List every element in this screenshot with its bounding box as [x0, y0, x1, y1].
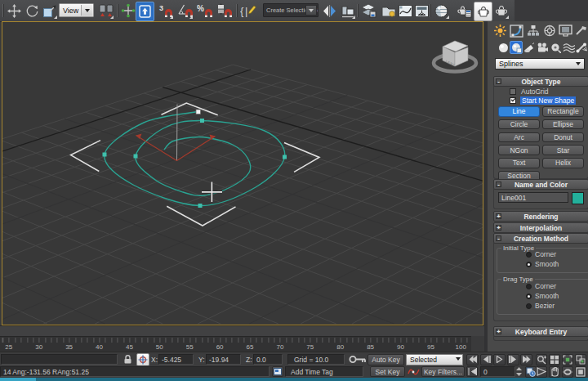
shape-button-star[interactable]: Star — [542, 145, 584, 155]
mirror-button[interactable] — [321, 2, 338, 20]
dropdown-arrow-button[interactable] — [81, 5, 92, 16]
tab-create[interactable] — [492, 24, 508, 38]
object-color-swatch[interactable] — [572, 192, 584, 204]
subtab-space-warps[interactable] — [562, 41, 575, 54]
shape-category-dropdown[interactable]: Splines — [495, 58, 585, 69]
edit-named-selection-sets-button[interactable]: { | — [240, 2, 257, 20]
spline-vertex-markers[interactable] — [103, 119, 287, 208]
previous-frame-button[interactable] — [480, 354, 492, 365]
select-and-rotate-button[interactable] — [24, 2, 41, 20]
subtab-helpers[interactable] — [549, 41, 562, 54]
x-coordinate-field[interactable]: -5.425 — [158, 354, 194, 365]
key-mode-toggle[interactable] — [466, 366, 478, 377]
material-editor-button[interactable] — [433, 2, 450, 20]
zoom-extents-all-button[interactable] — [575, 354, 586, 365]
initial-type-corner-radio[interactable] — [526, 252, 532, 258]
y-coordinate-field[interactable]: -19.94 — [206, 354, 241, 365]
spinner-snap-toggle-button[interactable] — [216, 2, 233, 20]
maximize-viewport-button[interactable] — [575, 366, 586, 378]
orbit-button[interactable] — [562, 366, 573, 378]
angle-snap-toggle-button[interactable] — [176, 2, 194, 20]
shape-button-line[interactable]: Line — [498, 106, 540, 117]
time-configuration-button[interactable] — [525, 366, 537, 378]
layer-manager-button[interactable] — [359, 2, 376, 20]
object-name-field[interactable]: Line001 — [498, 192, 568, 203]
rollout-rendering-header[interactable]: + Rendering — [493, 211, 588, 222]
pan-view-button[interactable] — [549, 366, 560, 378]
current-vertex-marker — [196, 110, 201, 114]
set-key-button[interactable]: Set Key — [370, 366, 405, 377]
go-to-end-button[interactable] — [520, 354, 532, 365]
tab-display[interactable] — [558, 24, 573, 38]
next-frame-button[interactable] — [507, 354, 519, 365]
zoom-button[interactable] — [536, 354, 547, 365]
percent-snap-toggle-button[interactable]: % — [196, 2, 213, 20]
align-button[interactable] — [339, 2, 356, 20]
auto-key-button[interactable]: Auto Key — [368, 354, 404, 365]
time-tag-icon-button[interactable] — [272, 366, 283, 377]
shape-button-ellipse[interactable]: Ellipse — [542, 119, 584, 130]
dropdown-arrow-button[interactable] — [305, 5, 317, 16]
add-time-tag-field[interactable]: Add Time Tag — [285, 366, 363, 377]
use-pivot-point-center-button[interactable] — [97, 2, 114, 20]
start-new-shape-checkbox[interactable] — [510, 97, 516, 104]
track-bar-ruler[interactable]: 253035404550556065707580859095100 — [0, 336, 472, 352]
drag-type-corner-radio[interactable] — [526, 284, 532, 289]
drag-type-bezier-radio[interactable] — [526, 303, 532, 309]
initial-type-smooth-radio[interactable] — [526, 262, 532, 267]
shape-button-helix[interactable]: Helix — [542, 158, 584, 168]
selection-filter-dropdown[interactable]: Selected — [406, 354, 463, 365]
keyboard-shortcut-override-toggle[interactable] — [136, 2, 154, 21]
ruler-frame-label: 95 — [427, 343, 434, 351]
video-progress-bar[interactable] — [0, 378, 588, 381]
time-slider-track[interactable] — [0, 325, 484, 337]
graphite-modeling-tools-button[interactable] — [380, 2, 397, 20]
drag-type-smooth-radio[interactable] — [526, 294, 532, 299]
viewcube[interactable]: LEFT — [434, 41, 476, 72]
shape-button-circle[interactable]: Circle — [498, 119, 540, 130]
absolute-mode-transform-toggle[interactable] — [136, 353, 149, 366]
rendered-frame-window-button[interactable] — [474, 2, 492, 21]
subtab-cameras[interactable] — [536, 41, 549, 54]
perspective-viewport[interactable]: LEFT — [2, 21, 483, 325]
subtab-lights[interactable] — [523, 41, 536, 54]
status-bar-row2: 14 Ang:-131.56 RAng:51.25 Add Time Tag S… — [0, 365, 588, 378]
z-coordinate-field[interactable]: 0.0 — [253, 354, 283, 365]
tab-hierarchy[interactable] — [525, 24, 541, 38]
go-to-start-button[interactable] — [466, 354, 479, 365]
shape-button-ngon[interactable]: NGon — [498, 145, 540, 155]
frame-spinner[interactable] — [515, 366, 523, 377]
current-frame-field[interactable]: 0 — [480, 366, 515, 377]
field-of-view-button[interactable] — [536, 366, 547, 378]
shape-button-rectangle[interactable]: Rectangle — [542, 106, 584, 117]
play-animation-button[interactable] — [493, 354, 506, 365]
selection-lock-toggle[interactable] — [122, 354, 133, 365]
set-keys-curve-button[interactable] — [408, 366, 420, 377]
shape-button-donut[interactable]: Donut — [542, 132, 584, 143]
tab-modify[interactable] — [509, 24, 524, 38]
key-filters-button[interactable]: Key Filters... — [421, 366, 465, 377]
viewcube-cube[interactable]: LEFT — [443, 41, 468, 68]
curve-editor-button[interactable] — [397, 2, 414, 20]
named-selection-set-dropdown[interactable]: Create Selection Se — [263, 3, 318, 17]
reference-coordinate-system-dropdown[interactable]: View — [59, 3, 94, 17]
rollout-interpolation-header[interactable]: + Interpolation — [493, 222, 588, 233]
render-setup-button[interactable] — [456, 2, 473, 20]
select-and-manipulate-button[interactable] — [119, 2, 136, 20]
select-and-move-button[interactable] — [6, 2, 23, 20]
select-and-scale-button[interactable] — [41, 2, 58, 20]
snaps-toggle-3d-button[interactable]: 3 — [157, 2, 174, 20]
shape-button-arc[interactable]: Arc — [498, 132, 540, 143]
schematic-view-button[interactable] — [413, 2, 430, 20]
grid-major-lines — [2, 96, 483, 325]
zoom-extents-button[interactable] — [562, 354, 573, 365]
subtab-systems[interactable] — [575, 41, 588, 54]
shape-button-text[interactable]: Text — [498, 158, 540, 168]
tab-utilities[interactable] — [573, 24, 588, 38]
autogrid-checkbox[interactable] — [510, 88, 516, 95]
tab-motion[interactable] — [541, 24, 557, 38]
zoom-all-button[interactable] — [549, 354, 560, 365]
subtab-geometry[interactable] — [497, 41, 510, 54]
subtab-shapes[interactable] — [510, 41, 523, 54]
render-production-button[interactable] — [492, 2, 510, 20]
